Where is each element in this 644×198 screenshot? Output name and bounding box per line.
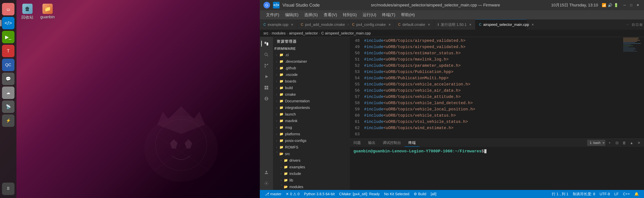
tab-airspeed-main[interactable]: C airspeed_selector_main.cpp ✕ bbox=[475, 20, 526, 30]
code-line-55: #include <uORB/topics/vehicle_accelerati… bbox=[362, 81, 622, 88]
toggle-panel-btn[interactable]: ⊡ bbox=[636, 22, 639, 27]
terminal-selector[interactable]: 1: bash bbox=[587, 140, 605, 146]
tab-px4-cmake[interactable]: C px4_add_module.cmake ✕ bbox=[297, 20, 348, 30]
debug-activity-icon[interactable] bbox=[261, 71, 272, 82]
dock-app6-icon[interactable]: ☁ bbox=[2, 86, 14, 99]
menu-help[interactable]: 帮助(H) bbox=[398, 11, 417, 19]
panel-tab-debug[interactable]: 调试控制台 bbox=[379, 139, 405, 147]
status-python[interactable]: Python 3.8.5 64-bit bbox=[302, 190, 337, 198]
tab-close-btn[interactable]: ✕ bbox=[428, 23, 430, 26]
desktop-icon-guanbin[interactable]: 📁 guanbin bbox=[40, 4, 55, 20]
terminal-content[interactable]: guanbin@guanbin-Lenovo-Legion-Y7000P-106… bbox=[350, 147, 644, 190]
menu-edit[interactable]: 编辑(E) bbox=[282, 11, 301, 19]
status-eol[interactable]: LF bbox=[612, 192, 621, 196]
status-line[interactable]: 行 1 , 列 1 bbox=[550, 191, 571, 196]
status-cmake[interactable]: CMake: [px4_sitl]: Ready bbox=[337, 190, 382, 198]
split-terminal-btn[interactable]: ⊟ bbox=[614, 140, 620, 146]
folder-icon: 📁 bbox=[279, 145, 284, 150]
folder-label: guanbin bbox=[40, 15, 55, 20]
add-terminal-btn[interactable]: + bbox=[607, 140, 612, 146]
tree-item-platforms[interactable]: › 📁 platforms bbox=[273, 131, 350, 137]
kill-terminal-btn[interactable]: 🗑 bbox=[621, 140, 627, 146]
status-build[interactable]: ⚙ Build bbox=[412, 190, 428, 198]
status-encoding[interactable]: 制表符长度: 8 bbox=[571, 191, 597, 196]
close-button[interactable]: ✕ bbox=[635, 3, 640, 8]
menu-select[interactable]: 选择(S) bbox=[302, 11, 320, 19]
encoding-label: 制表符长度: 8 bbox=[573, 191, 595, 196]
breadcrumb-airspeed[interactable]: airspeed_selector bbox=[289, 31, 318, 35]
dock-vscode-icon[interactable]: </> bbox=[2, 17, 14, 29]
status-no-kit[interactable]: No Kit Selected bbox=[382, 190, 412, 198]
menu-file[interactable]: 文件(F) bbox=[264, 11, 282, 19]
tree-item-launch[interactable]: › 📁 launch bbox=[273, 111, 350, 118]
tree-item-examples[interactable]: › 📁 examples bbox=[273, 164, 350, 170]
panel-tab-output[interactable]: 输出 bbox=[364, 139, 379, 147]
tree-item-include[interactable]: › 📁 include bbox=[273, 170, 350, 177]
menu-goto[interactable]: 转到(G) bbox=[340, 11, 359, 19]
tab-close-btn[interactable]: ✕ bbox=[388, 23, 391, 26]
tree-item-modules[interactable]: › 📂 modules bbox=[273, 183, 350, 190]
breadcrumb-file[interactable]: C airspeed_selector_main.cpp bbox=[321, 31, 371, 35]
menu-run[interactable]: 运行(U) bbox=[360, 11, 379, 19]
scm-activity-icon[interactable] bbox=[261, 60, 272, 71]
tree-item-boards[interactable]: › 📁 boards bbox=[273, 78, 350, 84]
tree-item-devcontainer[interactable]: › 📁 .devcontainer bbox=[273, 58, 350, 65]
tree-item-github[interactable]: › 📁 .github bbox=[273, 65, 350, 71]
status-branch[interactable]: ⎇ master bbox=[263, 190, 284, 198]
split-editor-btn[interactable]: ⊟ bbox=[632, 22, 635, 27]
search-activity-icon[interactable] bbox=[261, 50, 272, 60]
dock-app4-icon[interactable]: QC bbox=[2, 59, 14, 71]
account-activity-icon[interactable] bbox=[261, 167, 272, 177]
remote-activity-icon[interactable] bbox=[261, 93, 272, 104]
dock-app8-icon[interactable]: ⚡ bbox=[2, 114, 14, 127]
tree-item-vscode[interactable]: › 📁 .vscode bbox=[273, 71, 350, 78]
menu-view[interactable]: 查看(V) bbox=[321, 11, 340, 19]
tree-item-mavlink[interactable]: › 📁 mavlink bbox=[273, 118, 350, 124]
tab-close-btn[interactable]: ✕ bbox=[291, 23, 293, 26]
status-alloc[interactable]: [all] bbox=[428, 190, 438, 198]
tree-item-posix[interactable]: › 📁 posix-configs bbox=[273, 137, 350, 144]
status-lang[interactable]: C++ bbox=[621, 192, 632, 196]
dock-terminal-icon[interactable]: ▶_ bbox=[2, 31, 14, 43]
customize-layout-btn[interactable]: ⊞ bbox=[640, 22, 642, 27]
tree-item-lib[interactable]: › 📁 lib bbox=[273, 177, 350, 183]
tab-release-notes[interactable]: ℹ 发行说明 1.50.1 ✕ bbox=[434, 20, 475, 30]
breadcrumb-src[interactable]: src bbox=[264, 31, 268, 35]
settings-activity-icon[interactable] bbox=[261, 178, 272, 188]
code-editor[interactable]: 4849505152 5354555657 5859606162 6364656… bbox=[350, 37, 644, 139]
tab-close-active-btn[interactable]: ✕ bbox=[532, 23, 534, 26]
dock-messages-icon[interactable]: 💬 bbox=[2, 73, 14, 85]
tree-item-msg[interactable]: › 📁 msg bbox=[273, 124, 350, 131]
breadcrumb-modules[interactable]: modules bbox=[272, 31, 286, 35]
desktop-icon-recycle[interactable]: 🗑 回收站 bbox=[20, 4, 35, 20]
tree-item-integrationtests[interactable]: › 📁 integrationtests bbox=[273, 104, 350, 111]
close-panel-btn[interactable]: ✕ bbox=[636, 140, 642, 146]
status-format[interactable]: UTF-8 bbox=[597, 192, 612, 196]
tree-item-cmake[interactable]: › 📁 cmake bbox=[273, 91, 350, 98]
extensions-activity-icon[interactable] bbox=[261, 82, 272, 93]
tree-item-src[interactable]: › 📂 src bbox=[273, 151, 350, 157]
minimize-button[interactable]: ─ bbox=[622, 3, 627, 8]
status-notifications[interactable]: 🔔 bbox=[632, 192, 641, 196]
explorer-activity-icon[interactable] bbox=[261, 39, 272, 49]
tree-item-ci[interactable]: › 📁 .ci bbox=[273, 52, 350, 58]
tab-example-cpp[interactable]: C example.cpp ✕ bbox=[260, 20, 297, 30]
tab-px4-config[interactable]: C px4_config.cmake ✕ bbox=[348, 20, 394, 30]
tab-more-actions[interactable]: ··· bbox=[625, 20, 630, 30]
maximize-panel-btn[interactable]: ▲ bbox=[629, 140, 634, 146]
tab-default-cmake[interactable]: C default.cmake ✕ bbox=[395, 20, 434, 30]
tab-close-btn[interactable]: ✕ bbox=[469, 23, 472, 26]
menu-terminal[interactable]: 终端(T) bbox=[380, 11, 398, 19]
status-errors[interactable]: ✕ 0 ⚠ 0 bbox=[284, 190, 302, 198]
dock-text-editor-icon[interactable]: T bbox=[2, 45, 14, 57]
panel-tab-terminal[interactable]: 终端 bbox=[405, 139, 419, 147]
tree-item-build[interactable]: › 📁 build bbox=[273, 84, 350, 91]
dock-app7-icon[interactable]: 📡 bbox=[2, 101, 14, 113]
maximize-button[interactable]: □ bbox=[629, 3, 634, 8]
tree-item-romfs[interactable]: › 📁 ROMFS bbox=[273, 144, 350, 151]
tree-item-docs[interactable]: › 📁 Documentation bbox=[273, 98, 350, 104]
dock-files-icon[interactable]: 🗂 bbox=[2, 3, 14, 15]
tree-item-drivers[interactable]: › 📁 drivers bbox=[273, 157, 350, 164]
dock-apps-icon[interactable]: ⠿ bbox=[2, 183, 14, 195]
panel-tab-problems[interactable]: 问题 bbox=[350, 139, 364, 147]
